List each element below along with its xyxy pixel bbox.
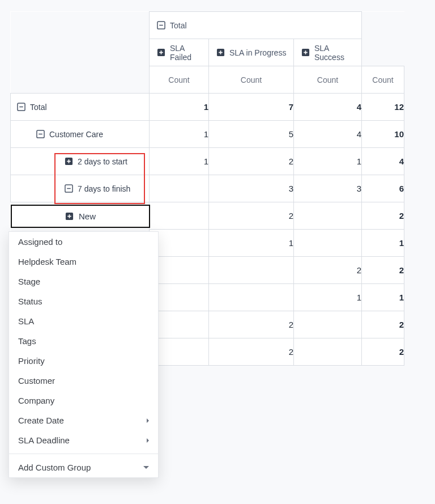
dropdown-item-label: Stage — [18, 277, 40, 286]
data-cell — [150, 202, 209, 230]
col-header-total-label: Total — [170, 21, 187, 30]
row-label-text: Total — [30, 103, 47, 112]
dropdown-item-label: Assigned to — [18, 237, 62, 247]
dropdown-item-label: SLA — [18, 316, 34, 326]
dropdown-item-label: Status — [18, 297, 42, 306]
data-cell: 1 — [362, 230, 404, 257]
row-header[interactable]: 2 days to start — [11, 148, 150, 175]
add-custom-group[interactable]: Add Custom Group — [9, 458, 158, 477]
data-cell: 1 — [209, 230, 294, 257]
collapse-icon — [16, 103, 25, 112]
data-cell: 4 — [362, 148, 404, 175]
data-cell: 6 — [362, 175, 404, 202]
data-cell: 3 — [294, 175, 362, 202]
data-cell: 5 — [209, 121, 294, 148]
new-group-button[interactable]: New — [11, 205, 150, 228]
dropdown-item[interactable]: Stage — [9, 272, 158, 291]
dropdown-item[interactable]: SLA — [9, 311, 158, 331]
row-label-text: Customer Care — [49, 130, 103, 139]
count-header: Count — [362, 66, 404, 94]
dropdown-divider — [9, 454, 158, 454]
count-header: Count — [209, 66, 294, 94]
data-cell — [294, 311, 362, 338]
data-cell — [209, 257, 294, 284]
data-cell: 4 — [294, 94, 362, 121]
dropdown-item-label: Company — [18, 396, 54, 405]
row-label-text: 2 days to start — [78, 157, 127, 166]
data-cell: 4 — [294, 121, 362, 148]
col-header-label: SLA Success — [314, 44, 355, 62]
data-cell: 2 — [209, 202, 294, 230]
chevron-down-icon — [143, 466, 149, 469]
data-cell — [294, 202, 362, 230]
col-header-0[interactable]: SLA Failed — [150, 39, 209, 66]
data-cell: 10 — [362, 121, 404, 148]
chevron-right-icon — [147, 438, 149, 443]
data-cell — [294, 338, 362, 366]
collapse-icon — [156, 21, 165, 30]
add-custom-group-label: Add Custom Group — [18, 463, 91, 472]
data-cell: 1 — [294, 284, 362, 311]
data-cell: 2 — [362, 338, 404, 366]
data-cell: 3 — [209, 175, 294, 202]
plus-icon — [65, 212, 74, 221]
col-header-1[interactable]: SLA in Progress — [209, 39, 294, 66]
data-cell — [209, 284, 294, 311]
row-header[interactable]: Total — [11, 94, 150, 121]
group-by-dropdown: Assigned toHelpdesk TeamStageStatusSLATa… — [8, 231, 159, 478]
row-header[interactable]: Customer Care — [11, 121, 150, 148]
data-cell: 1 — [294, 148, 362, 175]
dropdown-item-label: Helpdesk Team — [18, 257, 76, 266]
dropdown-item[interactable]: Tags — [9, 331, 158, 351]
col-header-2[interactable]: SLA Success — [294, 39, 362, 66]
chevron-right-icon — [147, 418, 149, 423]
expand-icon — [301, 48, 310, 57]
expand-icon — [64, 157, 73, 166]
data-cell: 2 — [362, 202, 404, 230]
collapse-icon — [64, 184, 73, 193]
dropdown-item-label: Customer — [18, 376, 55, 386]
count-header: Count — [150, 66, 209, 94]
dropdown-item-label: Create Date — [18, 416, 64, 425]
data-cell — [150, 175, 209, 202]
data-cell: 12 — [362, 94, 404, 121]
data-cell — [294, 230, 362, 257]
col-header-label: SLA Failed — [170, 44, 202, 62]
dropdown-item-label: Priority — [18, 356, 45, 366]
dropdown-item[interactable]: SLA Deadline — [9, 430, 158, 450]
data-cell: 1 — [150, 148, 209, 175]
data-cell: 2 — [362, 311, 404, 338]
data-cell: 2 — [209, 148, 294, 175]
count-header: Count — [294, 66, 362, 94]
collapse-icon — [36, 130, 45, 139]
col-header-total[interactable]: Total — [150, 12, 362, 39]
row-header[interactable]: 7 days to finish — [11, 175, 150, 202]
dropdown-item[interactable]: Status — [9, 291, 158, 311]
dropdown-item[interactable]: Create Date — [9, 410, 158, 430]
expand-icon — [216, 48, 225, 57]
dropdown-item[interactable]: Assigned to — [9, 232, 158, 252]
dropdown-item[interactable]: Helpdesk Team — [9, 252, 158, 272]
data-cell: 1 — [150, 121, 209, 148]
data-cell: 2 — [209, 311, 294, 338]
data-cell: 1 — [362, 284, 404, 311]
data-cell: 2 — [294, 257, 362, 284]
col-header-label: SLA in Progress — [229, 48, 286, 57]
expand-icon — [156, 48, 165, 57]
data-cell: 7 — [209, 94, 294, 121]
data-cell: 1 — [150, 94, 209, 121]
new-button-label: New — [79, 211, 96, 221]
data-cell: 2 — [209, 338, 294, 366]
row-label-text: 7 days to finish — [78, 184, 130, 193]
dropdown-item[interactable]: Customer — [9, 371, 158, 391]
dropdown-item[interactable]: Company — [9, 391, 158, 410]
data-cell: 2 — [362, 257, 404, 284]
dropdown-item[interactable]: Priority — [9, 351, 158, 371]
dropdown-item-label: SLA Deadline — [18, 435, 70, 445]
dropdown-item-label: Tags — [18, 336, 36, 346]
